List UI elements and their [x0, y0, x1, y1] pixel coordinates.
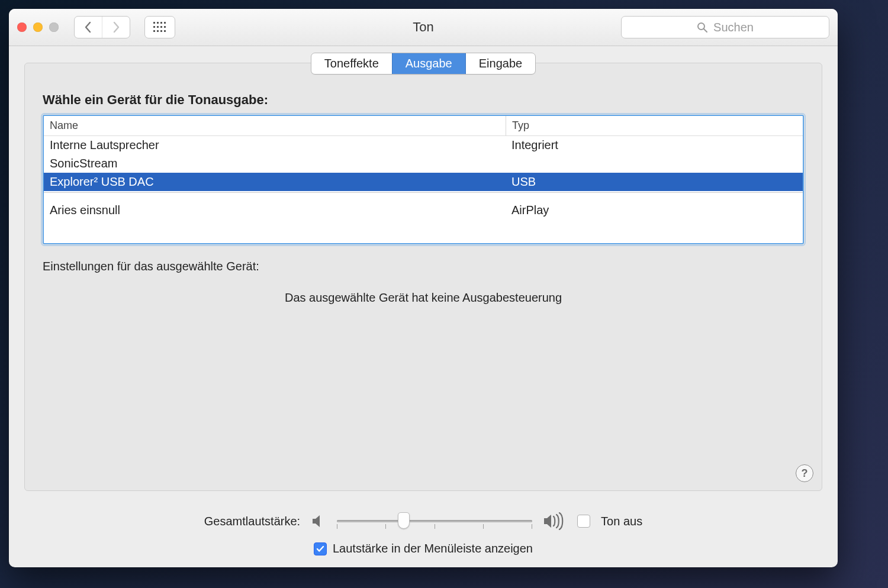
sound-panel: ToneffekteAusgabeEingabe Wähle ein Gerät… — [24, 63, 822, 491]
svg-line-13 — [704, 29, 707, 32]
help-button[interactable]: ? — [796, 464, 813, 482]
zoom-window-button[interactable] — [49, 22, 59, 32]
search-placeholder: Suchen — [713, 21, 754, 34]
svg-rect-8 — [153, 30, 155, 32]
close-window-button[interactable] — [17, 22, 27, 32]
device-name: Interne Lautsprecher — [44, 136, 506, 154]
chevron-right-icon — [112, 21, 120, 33]
tab-eingabe[interactable]: Eingabe — [465, 53, 535, 74]
table-padding — [44, 219, 803, 243]
svg-rect-2 — [160, 22, 162, 24]
selected-device-settings-label: Einstellungen für das ausgewählte Gerät: — [43, 260, 804, 273]
tab-segmented-control: ToneffekteAusgabeEingabe — [311, 53, 536, 75]
device-type: Integriert — [506, 136, 803, 154]
apps-grid-icon — [153, 22, 166, 33]
table-header: Name Typ — [44, 116, 803, 136]
device-name: SonicStream — [44, 154, 506, 173]
table-row[interactable]: Interne LautsprecherIntegriert — [44, 136, 803, 154]
volume-area: Gesamtlautstärke: Ton aus Lautstärke in … — [24, 491, 822, 555]
speaker-high-icon — [543, 512, 567, 530]
menubar-volume-checkbox[interactable] — [314, 542, 327, 555]
menubar-volume-label: Lautstärke in der Menüleiste anzeigen — [333, 542, 533, 555]
device-name: Aries einsnull — [44, 201, 506, 219]
col-type[interactable]: Typ — [506, 116, 803, 135]
svg-rect-3 — [164, 22, 166, 24]
titlebar: Ton Suchen — [9, 9, 838, 46]
output-device-table[interactable]: Name Typ Interne LautsprecherIntegriertS… — [43, 115, 804, 244]
volume-thumb[interactable] — [398, 512, 410, 529]
content: ToneffekteAusgabeEingabe Wähle ein Gerät… — [9, 46, 838, 567]
volume-label: Gesamtlautstärke: — [204, 515, 300, 528]
preferences-window: Ton Suchen ToneffekteAusgabeEingabe Wähl… — [9, 9, 838, 567]
col-name[interactable]: Name — [44, 116, 506, 135]
search-icon — [697, 22, 707, 33]
svg-rect-1 — [157, 22, 159, 24]
back-button[interactable] — [75, 17, 102, 38]
nav-group — [74, 16, 130, 38]
svg-rect-7 — [164, 26, 166, 28]
output-heading: Wähle ein Gerät für die Tonausgabe: — [43, 92, 804, 108]
volume-slider[interactable] — [337, 513, 532, 529]
device-type: USB — [506, 173, 803, 191]
mute-checkbox[interactable] — [577, 515, 590, 528]
window-controls — [17, 22, 59, 32]
table-row[interactable]: Aries einsnullAirPlay — [44, 201, 803, 219]
table-body: Interne LautsprecherIntegriertSonicStrea… — [44, 136, 803, 243]
svg-rect-4 — [153, 26, 155, 28]
svg-rect-9 — [157, 30, 159, 32]
tab-toneffekte[interactable]: Toneffekte — [311, 53, 392, 74]
search-field[interactable]: Suchen — [621, 16, 829, 38]
device-type: AirPlay — [506, 201, 803, 219]
show-all-button[interactable] — [144, 16, 175, 38]
svg-rect-0 — [153, 22, 155, 24]
no-output-controls-text: Das ausgewählte Gerät hat keine Ausgabes… — [43, 291, 804, 305]
minimize-window-button[interactable] — [33, 22, 43, 32]
svg-rect-11 — [164, 30, 166, 32]
device-name: Explorer² USB DAC — [44, 173, 506, 191]
forward-button[interactable] — [102, 17, 130, 38]
chevron-left-icon — [84, 21, 92, 33]
tab-ausgabe[interactable]: Ausgabe — [392, 53, 465, 74]
svg-rect-10 — [160, 30, 162, 32]
speaker-low-icon — [311, 513, 326, 529]
table-row[interactable]: Explorer² USB DACUSB — [44, 173, 803, 191]
table-row[interactable]: SonicStream — [44, 154, 803, 173]
mute-label: Ton aus — [601, 515, 642, 528]
table-separator — [44, 192, 803, 193]
svg-rect-5 — [157, 26, 159, 28]
device-type — [506, 154, 803, 173]
svg-rect-6 — [160, 26, 162, 28]
